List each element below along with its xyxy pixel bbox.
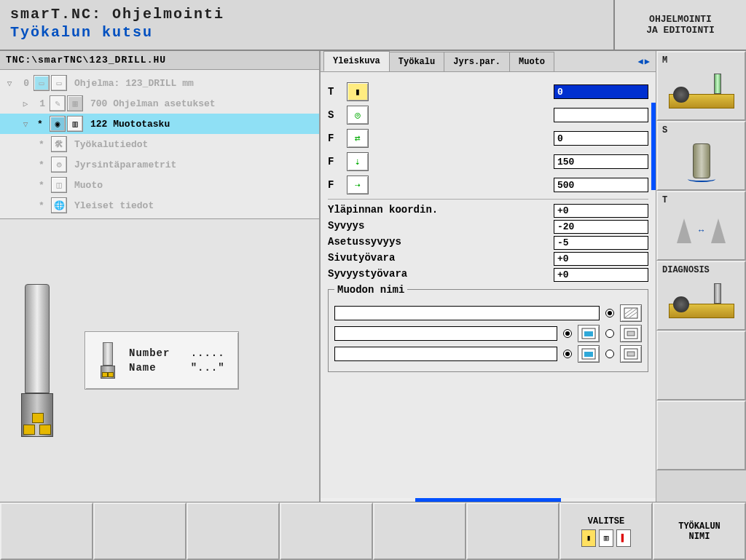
page-subtitle: Työkalun kutsu bbox=[10, 24, 603, 41]
select-list-icon: ▥ bbox=[599, 529, 613, 547]
input-depth-allowance[interactable] bbox=[554, 268, 648, 282]
input-step-depth[interactable] bbox=[554, 236, 648, 250]
softkey-6[interactable] bbox=[466, 502, 560, 560]
mode-line1: OHJELMOINTI bbox=[624, 14, 737, 25]
shape-name-fieldset: Muodon nimi bbox=[328, 289, 648, 372]
pocket-icon: ◉ bbox=[50, 116, 66, 132]
input-depth[interactable] bbox=[554, 220, 648, 234]
scroll-indicator bbox=[651, 103, 656, 190]
param-label-F2: F bbox=[328, 156, 341, 167]
tree-item-program[interactable]: ▽ 0 ▭ ▭ Ohjelma: 123_DRILL mm bbox=[0, 73, 319, 93]
coord-label-step: Asetussyvyys bbox=[328, 236, 554, 250]
shape-radio-3a[interactable] bbox=[563, 350, 572, 358]
svg-rect-7 bbox=[627, 331, 635, 336]
coord-label-depthallow: Syvyystyövara bbox=[328, 268, 554, 282]
softkey-valitse[interactable]: VALITSE ▮ ▥ ▌ bbox=[560, 502, 653, 560]
mini-tool-icon bbox=[98, 342, 117, 379]
select-tool-icon: ▮ bbox=[581, 529, 596, 547]
param-label-T: T bbox=[328, 86, 341, 98]
tree-item-shape[interactable]: * ◫ Muoto bbox=[0, 175, 319, 195]
tab-scroll-arrows[interactable]: ◀▶ bbox=[634, 56, 656, 67]
tab-millparams[interactable]: Jyrs.par. bbox=[444, 52, 510, 71]
svg-rect-9 bbox=[584, 352, 593, 357]
shape-radio-2b[interactable] bbox=[605, 329, 614, 338]
input-T[interactable] bbox=[554, 84, 648, 99]
coord-label-depth: Syvyys bbox=[328, 220, 554, 234]
tab-shape[interactable]: Muoto bbox=[509, 52, 554, 71]
param-label-S: S bbox=[328, 109, 341, 121]
input-S[interactable] bbox=[554, 108, 648, 122]
shape-radio-2a[interactable] bbox=[563, 329, 572, 338]
side-btn-empty-1[interactable] bbox=[656, 331, 746, 401]
coord-label-top: Yläpinnan koordin. bbox=[328, 204, 554, 218]
input-F1[interactable] bbox=[554, 131, 648, 146]
file-path: TNC:\smarTNC\123_DRILL.HU bbox=[0, 51, 319, 70]
feed-icon-1[interactable]: ⇄ bbox=[347, 129, 369, 148]
mode-button[interactable]: OHJELMOINTI JA EDITOINTI bbox=[615, 0, 746, 50]
feed-icon-3[interactable]: ⇢ bbox=[347, 176, 369, 194]
side-btn-M[interactable]: M bbox=[656, 51, 746, 121]
pocket-fill-icon-2[interactable] bbox=[578, 345, 600, 363]
island-hatched-icon-2[interactable] bbox=[620, 345, 642, 363]
tool-preview-panel: Number ..... Name "..." bbox=[0, 218, 319, 502]
tree-item-globaldata[interactable]: * 🌐 Yleiset tiedot bbox=[0, 195, 319, 216]
tooldata-icon: 🛠 bbox=[51, 136, 67, 152]
softkey-1[interactable] bbox=[0, 502, 93, 560]
param-label-F1: F bbox=[328, 133, 341, 144]
softkey-5[interactable] bbox=[373, 502, 466, 560]
shape-legend: Muodon nimi bbox=[334, 284, 407, 296]
side-btn-empty-2[interactable] bbox=[656, 401, 746, 470]
shape-input-1[interactable] bbox=[334, 306, 600, 320]
name-value: "..." bbox=[191, 362, 225, 374]
softkey-3[interactable] bbox=[186, 502, 280, 560]
feed-icon-2[interactable]: ⇣ bbox=[347, 152, 369, 171]
pocket-icon-2: ▥ bbox=[67, 116, 83, 132]
input-F2[interactable] bbox=[554, 154, 648, 169]
select-thermo-icon: ▌ bbox=[616, 529, 631, 547]
softkey-tool-name[interactable]: TYÖKALUN NIMI bbox=[653, 502, 746, 560]
input-F3[interactable] bbox=[554, 178, 648, 192]
settings-icon-2: ▦ bbox=[67, 95, 83, 111]
tree-item-settings[interactable]: ▷ 1 ✎ ▦ 700 Ohjelman asetukset bbox=[0, 93, 319, 114]
softkey-bar: VALITSE ▮ ▥ ▌ TYÖKALUN NIMI bbox=[0, 502, 746, 560]
program-icon-2: ▭ bbox=[51, 75, 67, 91]
side-btn-diagnosis[interactable]: DIAGNOSIS bbox=[656, 261, 746, 331]
tool-graphic bbox=[12, 284, 63, 437]
param-label-F3: F bbox=[328, 179, 341, 191]
tree-item-pocket[interactable]: ▽ * ◉ ▥ 122 Muototasku bbox=[0, 114, 319, 134]
softkey-2[interactable] bbox=[93, 502, 186, 560]
shape-radio-3b[interactable] bbox=[605, 350, 614, 358]
softkey-4[interactable] bbox=[280, 502, 373, 560]
program-icon: ▭ bbox=[34, 75, 50, 91]
shape-input-3[interactable] bbox=[334, 347, 557, 361]
shape-input-2[interactable] bbox=[334, 326, 557, 341]
input-top-coord[interactable] bbox=[554, 204, 648, 218]
shape-radio-1a[interactable] bbox=[605, 309, 614, 318]
tool-info-card: Number ..... Name "..." bbox=[85, 331, 239, 390]
input-side-allowance[interactable] bbox=[554, 252, 648, 266]
tree-item-tooldata[interactable]: * 🛠 Työkalutiedot bbox=[0, 134, 319, 154]
svg-rect-11 bbox=[627, 352, 635, 356]
island-hatched-icon[interactable] bbox=[620, 325, 642, 342]
coord-label-side: Sivutyövara bbox=[328, 252, 554, 266]
svg-rect-5 bbox=[584, 331, 593, 336]
name-label: Name bbox=[129, 362, 157, 374]
mode-line2: JA EDITOINTI bbox=[624, 25, 737, 36]
pocket-fill-icon[interactable] bbox=[578, 325, 600, 342]
side-btn-T[interactable]: T ↔ bbox=[656, 191, 746, 261]
tool-number-icon[interactable]: ▮ bbox=[347, 82, 369, 101]
side-btn-S[interactable]: S bbox=[656, 121, 746, 191]
side-toolbar: M S T ↔ DIAGNOSIS bbox=[656, 51, 746, 502]
number-value: ..... bbox=[191, 347, 225, 359]
header-area: smarT.NC: Ohjelmointi Työkalun kutsu bbox=[0, 0, 615, 50]
globe-icon: 🌐 bbox=[51, 197, 67, 213]
tab-tool[interactable]: Työkalu bbox=[389, 52, 444, 71]
tab-overview[interactable]: Yleiskuva bbox=[323, 51, 390, 71]
spindle-speed-icon[interactable]: ◎ bbox=[347, 106, 369, 125]
shape-icon: ◫ bbox=[51, 177, 67, 193]
number-label: Number bbox=[129, 347, 170, 359]
tree-item-millparams[interactable]: * ⚙ Jyrsintäparametrit bbox=[0, 154, 319, 175]
settings-icon: ✎ bbox=[50, 95, 66, 111]
pocket-hatched-icon[interactable] bbox=[620, 304, 642, 322]
page-title: smarT.NC: Ohjelmointi bbox=[10, 6, 603, 23]
